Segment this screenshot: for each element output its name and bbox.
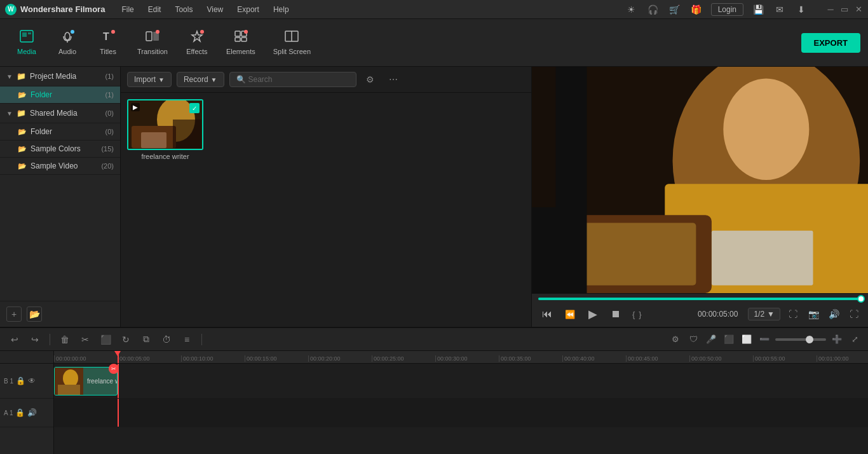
shared-media-arrow: ▼: [6, 110, 13, 117]
gift-icon[interactable]: 🎁: [689, 3, 703, 17]
fraction-display[interactable]: 1/2 ▼: [748, 308, 780, 320]
record-dropdown[interactable]: Record ▼: [177, 72, 224, 87]
login-button[interactable]: Login: [711, 3, 743, 16]
project-folder-icon: 📂: [18, 91, 27, 99]
download-icon[interactable]: ⬇: [794, 3, 808, 17]
tl-mic-icon[interactable]: 🎤: [704, 333, 718, 347]
audio-track-number: A 1: [4, 409, 13, 416]
settings-icon[interactable]: ⛶: [846, 306, 862, 322]
ruler-12: 00:01:00:00: [817, 355, 868, 362]
toolbar-transition[interactable]: Transition: [130, 26, 175, 59]
search-icon: 🔍: [236, 75, 246, 84]
audio-mute-icon[interactable]: 🔊: [27, 408, 37, 417]
svg-rect-18: [141, 132, 166, 148]
svg-rect-19: [173, 120, 201, 148]
toolbar-media[interactable]: Media: [8, 26, 46, 59]
mail-icon[interactable]: ✉: [773, 3, 787, 17]
svg-rect-9: [235, 31, 240, 36]
menu-export[interactable]: Export: [231, 3, 266, 17]
menu-view[interactable]: View: [200, 3, 229, 17]
skip-back-button[interactable]: ⏮: [538, 305, 556, 323]
transition-label: Transition: [137, 48, 168, 55]
snapshot-icon[interactable]: 📷: [806, 306, 821, 322]
sample-colors-item[interactable]: 📂 Sample Colors (15): [0, 141, 120, 158]
tl-zoom-out-icon[interactable]: ➖: [757, 333, 771, 347]
minimize-button[interactable]: ─: [826, 5, 835, 14]
import-dropdown[interactable]: Import ▼: [127, 72, 172, 87]
adjust-button[interactable]: ≡: [179, 331, 195, 348]
track-content-area: 00:00:00:00 00:00:05:00 00:00:10:00 00:0…: [54, 351, 868, 454]
tl-shield-icon[interactable]: 🛡: [686, 333, 700, 347]
menu-edit[interactable]: Edit: [142, 3, 168, 17]
tl-speed-icon[interactable]: ⚙: [668, 333, 682, 347]
sample-video-item[interactable]: 📂 Sample Video (20): [0, 158, 120, 175]
step-back-button[interactable]: ⏪: [561, 305, 579, 323]
project-media-header[interactable]: ▼ 📁 Project Media (1): [0, 67, 120, 86]
project-media-folder-item[interactable]: 📂 Folder (1): [0, 86, 120, 104]
timeline-bracket-left[interactable]: { }: [632, 310, 642, 319]
toolbar-effects[interactable]: Effects: [178, 26, 216, 59]
tl-right: ⚙ 🛡 🎤 ⬛ ⬜ ➖ ➕ ⤢: [668, 333, 862, 347]
project-media-folder-icon: 📁: [17, 72, 26, 81]
tl-captions-icon[interactable]: ⬛: [722, 333, 736, 347]
media-item-freelance[interactable]: ▶ ✓ freelance writer: [127, 99, 203, 160]
tl-subtitle-icon[interactable]: ⬜: [740, 333, 754, 347]
titles-label: Titles: [100, 48, 116, 55]
shared-folder-item[interactable]: 📂 Folder (0): [0, 123, 120, 141]
record-arrow-icon: ▼: [211, 76, 217, 83]
audio-lock-icon[interactable]: 🔒: [15, 408, 25, 417]
app-name: Wondershare Filmora: [20, 4, 105, 14]
copy-button[interactable]: ⧉: [138, 331, 154, 348]
left-panel: ▼ 📁 Project Media (1) 📂 Folder (1) ▼ 📁 S…: [0, 67, 121, 327]
toolbar-split-screen[interactable]: Split Screen: [266, 26, 318, 59]
lock-icon[interactable]: 🔒: [16, 376, 25, 385]
main-area: ▼ 📁 Project Media (1) 📂 Folder (1) ▼ 📁 S…: [0, 67, 868, 327]
export-button[interactable]: EXPORT: [801, 33, 860, 53]
elements-label: Elements: [226, 48, 255, 55]
shared-media-header[interactable]: ▼ 📁 Shared Media (0): [0, 104, 120, 123]
search-input[interactable]: 🔍 Search: [229, 72, 356, 87]
add-folder-icon[interactable]: +: [6, 306, 22, 322]
progress-bar[interactable]: [538, 298, 862, 300]
eye-icon[interactable]: 👁: [28, 376, 36, 385]
play-button[interactable]: ▶: [584, 305, 602, 323]
zoom-handle[interactable]: [806, 336, 813, 343]
toolbar-audio[interactable]: Audio: [48, 26, 86, 59]
project-media-count: (1): [105, 72, 114, 80]
view-toggle-icon[interactable]: ⋯: [384, 71, 402, 88]
progress-knob[interactable]: [857, 295, 865, 303]
fullscreen-icon[interactable]: ⛶: [785, 306, 801, 322]
redo-button[interactable]: ↪: [27, 331, 43, 348]
stop-button[interactable]: ⏹: [607, 305, 625, 323]
shared-folder-count: (0): [105, 128, 114, 135]
sample-colors-label: Sample Colors: [31, 144, 101, 153]
tl-zoom-in-icon[interactable]: ➕: [830, 333, 844, 347]
rotate-button[interactable]: ↻: [118, 331, 134, 348]
media-content: ▶ ✓ freelance writer: [121, 93, 531, 327]
ruler-6: 00:00:30:00: [435, 355, 499, 362]
zoom-slider[interactable]: [775, 338, 826, 341]
cut-button[interactable]: ✂: [77, 331, 93, 348]
menu-tools[interactable]: Tools: [168, 3, 199, 17]
maximize-button[interactable]: ▭: [840, 5, 849, 14]
sun-icon[interactable]: ☀: [625, 3, 639, 17]
delete-clip-button[interactable]: 🗑: [57, 331, 73, 348]
volume-icon[interactable]: 🔊: [826, 306, 841, 322]
filter-icon[interactable]: ⚙: [362, 71, 379, 88]
undo-button[interactable]: ↩: [6, 331, 23, 348]
close-button[interactable]: ✕: [854, 5, 863, 14]
crop-button[interactable]: ⬛: [97, 331, 114, 348]
toolbar-titles[interactable]: T Titles: [89, 26, 127, 59]
headphone-icon[interactable]: 🎧: [646, 3, 660, 17]
toolbar-elements[interactable]: Elements: [219, 26, 263, 59]
timer-button[interactable]: ⏱: [158, 331, 175, 348]
tl-expand-icon[interactable]: ⤢: [848, 333, 862, 347]
cart-icon[interactable]: 🛒: [668, 3, 682, 17]
open-folder-icon[interactable]: 📂: [27, 306, 42, 322]
menu-file[interactable]: File: [115, 3, 140, 17]
titles-icon: T: [101, 30, 115, 46]
project-folder-count: (1): [105, 91, 114, 99]
timeline-clip[interactable]: freelance write: [54, 367, 118, 396]
menu-help[interactable]: Help: [267, 3, 295, 17]
save-icon[interactable]: 💾: [751, 3, 765, 17]
